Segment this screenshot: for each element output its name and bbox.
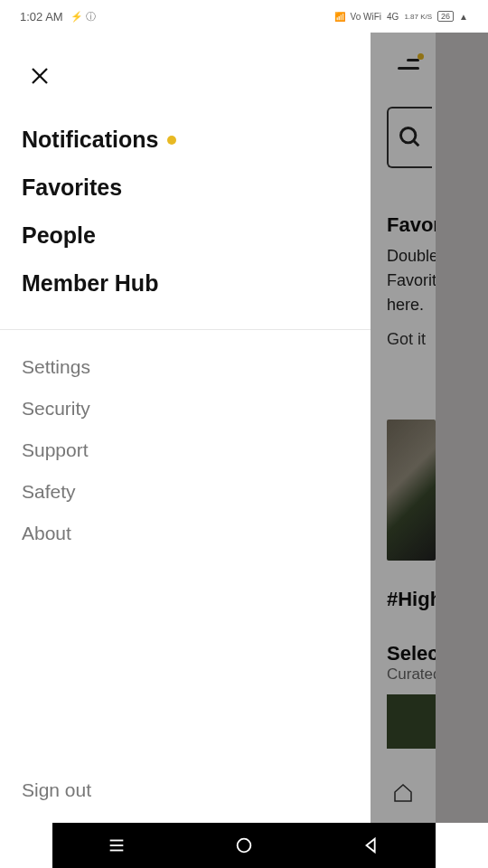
nav-item-about[interactable]: About [22,513,349,554]
drawer-scrim[interactable] [371,33,436,823]
nav-label: People [22,222,96,249]
outer-gutter [436,33,488,823]
nav-item-settings[interactable]: Settings [22,346,349,388]
signal-label: 4G [387,12,399,22]
nav-label: Notifications [22,127,158,153]
nav-item-security[interactable]: Security [22,388,349,429]
nav-item-people[interactable]: People [22,212,349,259]
wifi-icon: 📶 [334,12,345,22]
status-time: 1:02 AM [20,10,63,24]
system-nav-bar [52,823,436,868]
close-button[interactable] [22,58,58,94]
status-left-icons: ⚡ ⓘ [70,10,96,24]
back-icon[interactable] [361,835,381,855]
status-extra-icon: ▲ [459,12,468,22]
nav-item-safety[interactable]: Safety [22,471,349,513]
nav-item-favorites[interactable]: Favorites [22,164,349,212]
battery-icon: 26 [437,11,454,22]
recents-icon[interactable] [107,835,127,855]
nav-label: Member Hub [22,270,158,297]
close-icon [29,65,51,87]
nav-label: Favorites [22,175,122,201]
sign-out-button[interactable]: Sign out [0,779,371,823]
svg-point-7 [238,839,251,853]
status-bar: 1:02 AM ⚡ ⓘ 📶 Vo WiFi 4G 1.87 K/S 26 ▲ [0,0,488,33]
nav-item-support[interactable]: Support [22,429,349,471]
home-nav-icon[interactable] [234,835,254,855]
vowifi-label: Vo WiFi [351,12,381,22]
notification-dot-icon [167,136,176,145]
netspeed: 1.87 K/S [404,13,432,21]
nav-gutter-right [436,823,488,868]
nav-item-member-hub[interactable]: Member Hub [22,259,349,307]
nav-gutter-left [0,823,52,868]
side-drawer: Notifications Favorites People Member Hu… [0,33,371,823]
nav-item-notifications[interactable]: Notifications [22,116,349,164]
